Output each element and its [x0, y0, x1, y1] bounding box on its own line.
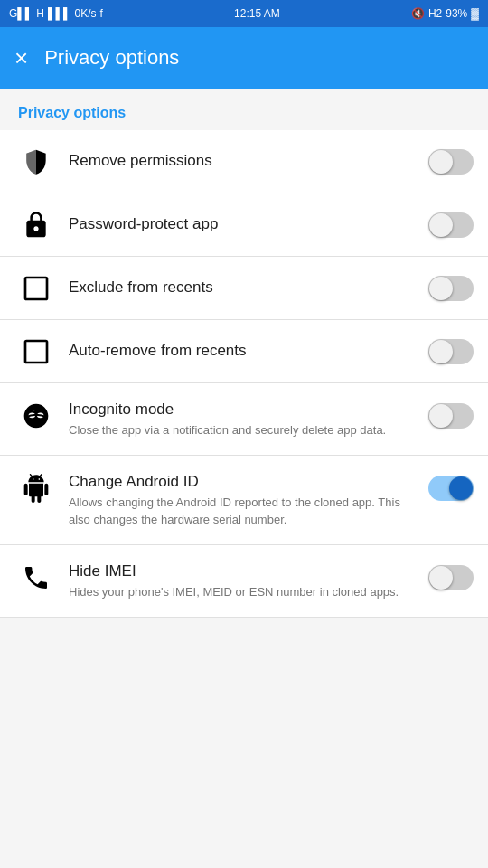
lock-icon — [14, 211, 58, 240]
battery-pct: 93% — [446, 7, 467, 20]
settings-item-exclude-recents: Exclude from recents — [0, 257, 488, 320]
signal-icon: G▌▌ — [9, 7, 33, 20]
settings-list: Remove permissions Password-protect app — [0, 130, 488, 618]
facebook-icon: f — [100, 7, 103, 20]
android-icon — [14, 474, 58, 503]
android-id-text: Change Android ID Allows changing the An… — [58, 472, 428, 527]
mask-icon — [14, 401, 58, 430]
password-protect-toggle[interactable] — [428, 212, 474, 238]
shield-icon — [14, 147, 58, 176]
square-icon — [14, 274, 58, 303]
toggle-knob — [429, 213, 453, 237]
content: Privacy options Remove permissions — [0, 89, 488, 618]
auto-remove-toggle[interactable] — [428, 339, 474, 364]
toggle-knob — [429, 566, 453, 590]
exclude-recents-title: Exclude from recents — [69, 278, 418, 297]
svg-point-2 — [25, 410, 47, 424]
android-id-toggle[interactable] — [428, 476, 474, 501]
app-bar-title: Privacy options — [44, 46, 179, 70]
remove-permissions-toggle[interactable] — [428, 149, 474, 175]
android-id-title: Change Android ID — [69, 472, 418, 492]
toggle-knob — [429, 150, 453, 174]
app-bar: × Privacy options — [0, 27, 488, 89]
hide-imei-subtitle: Hides your phone's IMEI, MEID or ESN num… — [69, 584, 418, 600]
network-type: H — [36, 7, 44, 20]
hide-imei-toggle[interactable] — [428, 565, 474, 590]
settings-item-remove-permissions: Remove permissions — [0, 130, 488, 193]
status-bar: G▌▌ H ▌▌▌ 0K/s f 12:15 AM 🔇 H2 93% ▓ — [0, 0, 488, 27]
auto-remove-title: Auto-remove from recents — [69, 341, 418, 361]
square-icon2 — [14, 337, 58, 366]
android-id-subtitle: Allows changing the Android ID reported … — [69, 495, 418, 527]
incognito-text: Incognito mode Close the app via a notif… — [58, 400, 428, 439]
silent-icon: 🔇 — [411, 7, 425, 20]
status-left: G▌▌ H ▌▌▌ 0K/s f — [9, 7, 103, 20]
incognito-toggle[interactable] — [428, 403, 474, 429]
incognito-subtitle: Close the app via a notification and sec… — [69, 422, 418, 439]
svg-rect-0 — [25, 278, 47, 299]
settings-item-auto-remove: Auto-remove from recents — [0, 320, 488, 383]
remove-permissions-title: Remove permissions — [69, 151, 418, 171]
svg-rect-1 — [25, 341, 47, 363]
remove-permissions-text: Remove permissions — [58, 151, 428, 171]
settings-item-password-protect: Password-protect app — [0, 193, 488, 257]
signal-icon2: ▌▌▌ — [48, 7, 71, 20]
exclude-recents-text: Exclude from recents — [58, 278, 428, 297]
status-right: 🔇 H2 93% ▓ — [411, 7, 479, 20]
settings-item-android-id: Change Android ID Allows changing the An… — [0, 456, 488, 544]
toggle-knob — [429, 340, 453, 363]
status-time: 12:15 AM — [234, 7, 280, 20]
network-gen: H2 — [428, 7, 442, 20]
phone-icon — [14, 563, 58, 592]
toggle-knob — [449, 476, 473, 500]
battery-icon: ▓ — [471, 7, 479, 20]
exclude-recents-toggle[interactable] — [428, 276, 474, 301]
settings-item-hide-imei: Hide IMEI Hides your phone's IMEI, MEID … — [0, 545, 488, 618]
password-protect-title: Password-protect app — [69, 214, 418, 234]
hide-imei-title: Hide IMEI — [69, 561, 418, 581]
password-protect-text: Password-protect app — [58, 214, 428, 234]
hide-imei-text: Hide IMEI Hides your phone's IMEI, MEID … — [58, 561, 428, 600]
auto-remove-text: Auto-remove from recents — [58, 341, 428, 361]
toggle-knob — [429, 277, 453, 300]
close-button[interactable]: × — [14, 46, 28, 70]
data-speed: 0K/s — [75, 7, 97, 20]
toggle-knob — [429, 404, 453, 428]
section-header: Privacy options — [0, 89, 488, 130]
incognito-title: Incognito mode — [69, 400, 418, 420]
settings-item-incognito: Incognito mode Close the app via a notif… — [0, 383, 488, 456]
